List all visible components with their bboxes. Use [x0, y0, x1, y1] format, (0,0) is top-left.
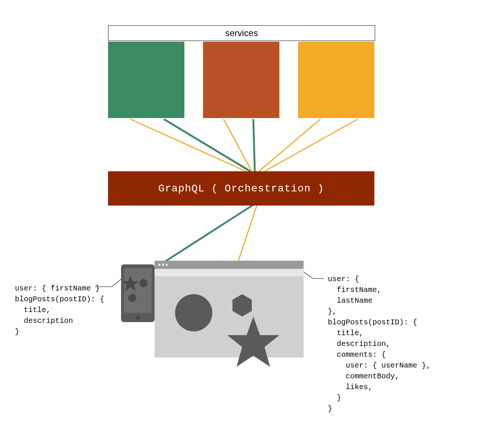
diagram-root: services GraphQL ( Orchestration )	[0, 0, 504, 426]
svg-point-19	[136, 315, 140, 320]
desktop-query: user: { firstName, lastName }, blogPosts…	[328, 274, 431, 414]
svg-rect-18	[124, 268, 152, 313]
svg-point-22	[128, 294, 136, 302]
mobile-query: user: { firstName } blogPosts(postID): {…	[15, 283, 104, 337]
